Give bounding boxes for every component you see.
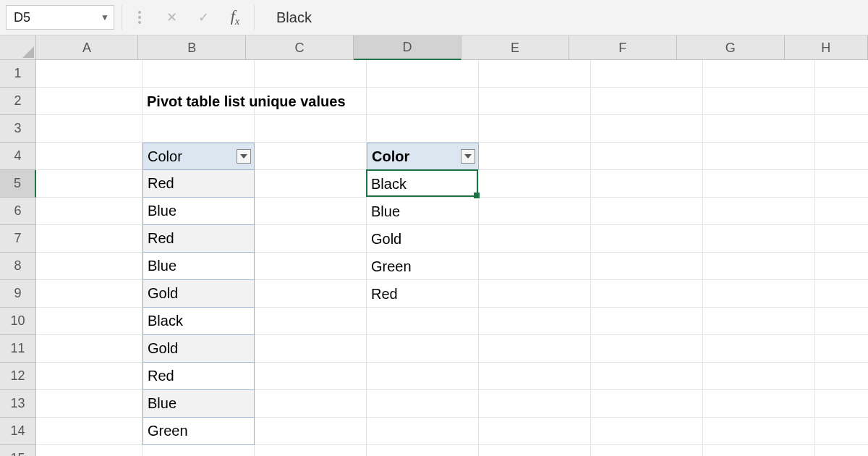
column-header-E[interactable]: E	[461, 35, 569, 60]
spreadsheet-grid[interactable]: ABCDEFGH 123456789101112131415 Pivot tab…	[0, 35, 868, 456]
row-header-label: 13	[10, 396, 25, 411]
pivot-row[interactable]: Green	[367, 253, 479, 280]
table-row[interactable]: Blue	[142, 390, 255, 418]
pivot-cell-value: Blue	[371, 203, 400, 220]
pivot-cell-value: Green	[371, 258, 412, 275]
row-header-6[interactable]: 6	[0, 198, 35, 225]
table-row[interactable]: Green	[142, 418, 255, 445]
formula-bar: D5 ▼ ✕ ✓ fx Black	[0, 0, 868, 35]
pivot-header-label: Color	[372, 148, 409, 165]
pivot-table: ColorBlackBlueGoldGreenRed	[367, 143, 479, 308]
column-header-label: B	[187, 41, 196, 56]
column-header-A[interactable]: A	[36, 35, 138, 60]
row-header-label: 1	[14, 66, 21, 81]
column-header-label: E	[511, 41, 519, 56]
pivot-filter-dropdown-button[interactable]	[461, 149, 475, 164]
table-cell-value: Black	[148, 313, 183, 329]
x-icon: ✕	[166, 9, 177, 25]
cancel-formula-button: ✕	[157, 5, 186, 30]
row-header-label: 11	[10, 341, 25, 356]
column-header-D[interactable]: D	[354, 35, 461, 60]
table-cell-value: Gold	[148, 340, 178, 357]
column-header-G[interactable]: G	[677, 35, 785, 60]
table-cell-value: Red	[148, 175, 174, 192]
row-header-label: 2	[14, 93, 21, 109]
row-header-label: 14	[10, 423, 25, 439]
row-header-2[interactable]: 2	[0, 88, 35, 115]
column-header-label: F	[618, 41, 626, 56]
insert-function-button[interactable]: fx	[221, 5, 250, 30]
table-row[interactable]: Red	[142, 170, 255, 198]
check-icon: ✓	[198, 9, 209, 25]
column-header-F[interactable]: F	[569, 35, 677, 60]
confirm-formula-button: ✓	[189, 5, 218, 30]
row-header-label: 12	[10, 368, 25, 384]
column-header-H[interactable]: H	[785, 35, 868, 60]
row-header-13[interactable]: 13	[0, 390, 35, 418]
title-cell[interactable]: Pivot table list unique values	[142, 88, 504, 115]
column-header-label: H	[821, 41, 830, 56]
row-header-10[interactable]: 10	[0, 308, 35, 335]
row-header-label: 4	[14, 148, 21, 164]
column-header-C[interactable]: C	[246, 35, 354, 60]
column-header-label: A	[82, 41, 91, 56]
column-headers: ABCDEFGH	[36, 35, 868, 60]
svg-marker-4	[240, 154, 247, 159]
table-cell-value: Blue	[148, 395, 176, 412]
row-header-9[interactable]: 9	[0, 280, 35, 308]
row-header-label: 15	[10, 451, 25, 456]
row-header-4[interactable]: 4	[0, 143, 35, 170]
row-header-5[interactable]: 5	[0, 170, 36, 198]
table-row[interactable]: Blue	[142, 253, 255, 280]
name-box-value: D5	[14, 10, 30, 25]
name-box[interactable]: D5 ▼	[6, 5, 114, 30]
data-table: ColorRedBlueRedBlueGoldBlackGoldRedBlueG…	[142, 143, 255, 445]
row-header-8[interactable]: 8	[0, 253, 35, 280]
row-header-label: 8	[14, 258, 21, 274]
pivot-cell-value: Red	[371, 286, 398, 303]
row-header-15[interactable]: 15	[0, 445, 35, 456]
table-row[interactable]: Red	[142, 225, 255, 253]
excel-window: D5 ▼ ✕ ✓ fx Black ABCDEFGH 1234567891011…	[0, 0, 868, 456]
row-header-label: 3	[14, 121, 21, 136]
select-all-corner[interactable]	[0, 35, 36, 60]
table-row[interactable]: Red	[142, 363, 255, 390]
table-row[interactable]: Blue	[142, 198, 255, 225]
table-cell-value: Blue	[148, 203, 176, 219]
pivot-row[interactable]: Blue	[367, 198, 479, 225]
formula-input-value: Black	[276, 9, 312, 26]
svg-marker-3	[22, 46, 34, 58]
row-header-14[interactable]: 14	[0, 418, 35, 445]
row-header-12[interactable]: 12	[0, 363, 35, 390]
table-header-cell[interactable]: Color	[142, 143, 255, 170]
row-header-11[interactable]: 11	[0, 335, 35, 363]
cells-area[interactable]: Pivot table list unique valuesColorRedBl…	[36, 60, 868, 456]
row-header-7[interactable]: 7	[0, 225, 35, 253]
column-header-B[interactable]: B	[138, 35, 246, 60]
formula-input[interactable]: Black	[276, 5, 868, 30]
table-row[interactable]: Black	[142, 308, 255, 335]
row-header-3[interactable]: 3	[0, 115, 35, 143]
table-header-label: Color	[148, 148, 182, 165]
table-cell-value: Gold	[148, 285, 178, 302]
row-header-label: 10	[10, 313, 25, 329]
column-header-label: D	[403, 40, 412, 55]
row-headers: 123456789101112131415	[0, 60, 36, 456]
pivot-row[interactable]: Black	[367, 170, 479, 198]
svg-point-1	[138, 16, 141, 19]
row-header-label: 5	[14, 176, 21, 191]
row-header-label: 9	[14, 286, 21, 301]
row-header-1[interactable]: 1	[0, 60, 35, 88]
filter-dropdown-button[interactable]	[237, 149, 251, 164]
chevron-down-icon[interactable]: ▼	[101, 12, 109, 22]
table-row[interactable]: Gold	[142, 335, 255, 363]
pivot-row[interactable]: Red	[367, 280, 479, 308]
pivot-row[interactable]: Gold	[367, 225, 479, 253]
title-text: Pivot table list unique values	[147, 93, 346, 110]
table-row[interactable]: Gold	[142, 280, 255, 308]
table-cell-value: Green	[148, 423, 188, 439]
pivot-header-cell[interactable]: Color	[367, 143, 479, 170]
pivot-cell-value: Black	[371, 176, 407, 193]
fx-icon: fx	[231, 7, 239, 28]
formula-bar-menu-button[interactable]	[125, 5, 154, 30]
